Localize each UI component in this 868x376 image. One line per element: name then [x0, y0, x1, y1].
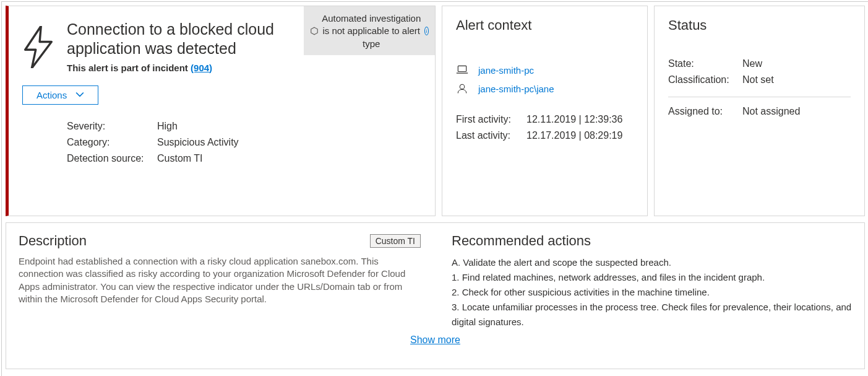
status-heading: Status [668, 17, 851, 33]
rec-item-1: 1. Find related machines, network addres… [452, 270, 852, 285]
auto-banner-text: Automated investigation is not applicabl… [321, 12, 422, 50]
severity-value: High [157, 121, 178, 132]
severity-label: Severity: [67, 121, 157, 132]
incident-line: This alert is part of incident (904) [67, 63, 421, 73]
user-row: jane-smith-pc\jane [456, 83, 634, 94]
bottom-grid: Description Custom TI Endpoint had estab… [19, 233, 852, 330]
rec-item-3: 3. Locate unfamiliar processes in the pr… [452, 300, 852, 330]
status-card: Status State: New Classification: Not se… [654, 6, 865, 216]
severity-row: Severity: High [67, 121, 421, 132]
svg-point-1 [460, 84, 465, 89]
category-label: Category: [67, 137, 157, 148]
incident-prefix: This alert is part of incident [67, 63, 191, 73]
state-value: New [742, 58, 762, 69]
incident-link[interactable]: (904) [191, 63, 212, 73]
detection-label: Detection source: [67, 153, 157, 164]
recommended-list: A. Validate the alert and scope the susp… [452, 255, 852, 330]
actions-button[interactable]: Actions [22, 85, 98, 105]
classification-value: Not set [742, 74, 774, 85]
state-row: State: New [668, 58, 851, 69]
alert-icon-wrap [22, 17, 67, 204]
assigned-value: Not assigned [742, 106, 800, 117]
description-column: Description Custom TI Endpoint had estab… [19, 233, 421, 330]
alert-title: Connection to a blocked cloud applicatio… [67, 20, 290, 59]
first-activity-label: First activity: [456, 114, 526, 125]
user-link[interactable]: jane-smith-pc\jane [478, 84, 554, 94]
chevron-down-icon [75, 90, 84, 99]
first-activity-value: 12.11.2019 | 12:39:36 [526, 114, 622, 125]
context-heading: Alert context [456, 17, 634, 33]
classification-label: Classification: [668, 74, 742, 85]
laptop-icon [456, 64, 468, 76]
detection-row: Detection source: Custom TI [67, 153, 421, 164]
recommended-column: Recommended actions A. Validate the aler… [452, 233, 852, 330]
alert-context-card: Alert context jane-smith-pc jane-smith-p… [442, 6, 648, 216]
category-value: Suspicious Activity [157, 137, 239, 148]
state-label: State: [668, 58, 742, 69]
user-icon [456, 83, 468, 94]
top-row: Connection to a blocked cloud applicatio… [6, 6, 865, 216]
description-card: Description Custom TI Endpoint had estab… [6, 222, 865, 369]
show-more-link[interactable]: Show more [19, 330, 852, 348]
description-header: Description Custom TI [19, 233, 421, 249]
recommended-heading: Recommended actions [452, 233, 852, 249]
svg-rect-0 [458, 66, 466, 71]
alert-detail-page: Connection to a blocked cloud applicatio… [1, 1, 868, 376]
alert-summary-card: Connection to a blocked cloud applicatio… [6, 6, 436, 216]
assigned-row: Assigned to: Not assigned [668, 106, 851, 117]
classification-row: Classification: Not set [668, 74, 851, 85]
actions-label: Actions [37, 90, 67, 100]
hexagon-icon [310, 27, 319, 35]
device-row: jane-smith-pc [456, 64, 634, 76]
rec-item-2: 2. Check for other suspicious activities… [452, 285, 852, 300]
description-heading: Description [19, 233, 87, 249]
category-row: Category: Suspicious Activity [67, 137, 421, 148]
description-body: Endpoint had established a connection wi… [19, 255, 421, 305]
last-activity-label: Last activity: [456, 130, 526, 141]
last-activity-value: 12.17.2019 | 08:29:19 [526, 130, 622, 141]
last-activity-row: Last activity: 12.17.2019 | 08:29:19 [456, 130, 634, 141]
info-icon[interactable]: i [424, 27, 429, 35]
assigned-label: Assigned to: [668, 106, 742, 117]
automated-investigation-banner: Automated investigation is not applicabl… [304, 6, 435, 55]
lightning-bolt-icon [22, 26, 54, 68]
detection-value: Custom TI [157, 153, 203, 164]
device-link[interactable]: jane-smith-pc [478, 65, 534, 76]
rec-item-a: A. Validate the alert and scope the susp… [452, 255, 852, 270]
status-divider [668, 97, 851, 97]
first-activity-row: First activity: 12.11.2019 | 12:39:36 [456, 114, 634, 125]
custom-ti-tag: Custom TI [370, 234, 421, 248]
